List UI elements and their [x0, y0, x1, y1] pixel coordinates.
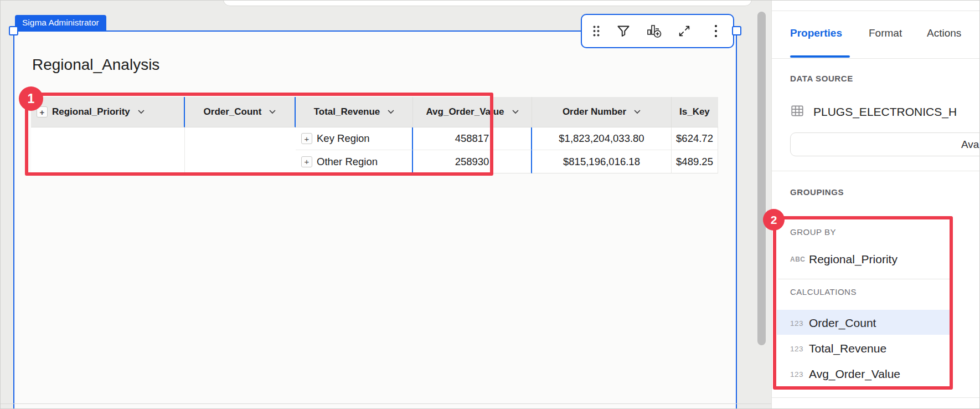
cell-avg-order-value[interactable]: $624.72	[672, 127, 718, 150]
annotation-badge-1: 1	[19, 86, 43, 111]
cell-order-count[interactable]: 258930	[413, 150, 532, 173]
text-type-icon: ABC	[790, 255, 809, 263]
number-type-icon: 123	[790, 319, 809, 328]
vertical-scrollbar[interactable]	[757, 12, 766, 345]
sigma-workbook-screenshot: Sigma Administrator Regional_Analysis	[0, 0, 980, 409]
column-header-avg-order-value[interactable]: Avg_Order_Value	[413, 97, 532, 127]
cell-avg-order-value[interactable]: $489.25	[672, 150, 718, 173]
available-columns-box[interactable]: Availa	[790, 132, 980, 156]
group-cell-key-region[interactable]: + Key Region	[296, 127, 413, 150]
column-header-order-number[interactable]: Order Number	[532, 97, 672, 127]
data-source-heading: DATA SOURCE	[790, 74, 853, 83]
column-header-total-revenue[interactable]: Total_Revenue	[296, 97, 413, 127]
groupings-heading: GROUPINGS	[790, 187, 844, 197]
column-header-regional-priority[interactable]: + Regional_Priority	[31, 97, 185, 127]
group-cell-other-region[interactable]: + Other Region	[296, 150, 413, 173]
expand-group-button[interactable]: +	[301, 133, 312, 144]
cell-order-number-empty[interactable]	[31, 127, 185, 173]
cell-is-key-empty[interactable]	[185, 127, 296, 173]
more-menu-icon[interactable]	[714, 24, 718, 38]
tab-actions[interactable]: Actions	[927, 27, 961, 39]
data-table: + Regional_Priority Order_Count Total_Re…	[31, 97, 718, 173]
canvas-bottom-divider	[1, 403, 771, 404]
selection-handle-top-left[interactable]	[9, 26, 18, 35]
data-source-row[interactable]: PLUGS_ELECTRONICS_H	[790, 104, 957, 120]
table-grid-icon	[790, 104, 804, 120]
panel-divider	[772, 171, 980, 171]
calculation-item-total-revenue[interactable]: 123 Total_Revenue	[790, 336, 886, 361]
panel-divider	[772, 58, 980, 59]
create-child-chart-icon[interactable]	[646, 23, 662, 39]
tab-format[interactable]: Format	[869, 27, 902, 39]
number-type-icon: 123	[790, 370, 809, 379]
filter-icon[interactable]	[616, 24, 631, 39]
drag-handle-icon[interactable]	[592, 25, 600, 37]
cropped-top-toolbar-edge	[223, 0, 752, 6]
cell-order-count[interactable]: 458817	[413, 127, 532, 150]
group-by-heading: GROUP BY	[790, 227, 836, 237]
available-label: Availa	[961, 139, 980, 151]
annotation-badge-2: 2	[763, 209, 785, 231]
element-toolbar	[581, 14, 734, 48]
group-by-item-regional-priority[interactable]: ABC Regional_Priority	[790, 247, 898, 272]
calculation-item-order-count[interactable]: 123 Order_Count	[790, 311, 876, 335]
column-header-order-count[interactable]: Order_Count	[185, 97, 296, 127]
properties-panel: Properties Format Actions DATA SOURCE PL…	[771, 1, 980, 409]
expand-group-button[interactable]: +	[301, 156, 312, 167]
maximize-icon[interactable]	[678, 24, 692, 38]
chevron-down-icon[interactable]	[388, 110, 394, 114]
chevron-down-icon[interactable]	[138, 110, 145, 114]
column-header-is-key[interactable]: Is_Key	[672, 97, 718, 127]
panel-divider	[772, 397, 980, 398]
calculations-heading: CALCULATIONS	[790, 287, 857, 296]
selection-handle-top-right[interactable]	[732, 26, 741, 35]
panel-divider	[778, 279, 950, 279]
cell-total-revenue[interactable]: $1,823,204,033.80	[532, 127, 672, 150]
cell-total-revenue[interactable]: $815,196,016.18	[532, 150, 672, 173]
chevron-down-icon[interactable]	[634, 110, 641, 114]
chevron-down-icon[interactable]	[512, 110, 519, 114]
element-title[interactable]: Regional_Analysis	[32, 56, 159, 74]
calculation-item-avg-order-value[interactable]: 123 Avg_Order_Value	[790, 362, 900, 386]
data-source-name: PLUGS_ELECTRONICS_H	[813, 105, 957, 119]
panel-top-divider	[772, 11, 980, 11]
selection-owner-badge: Sigma Administrator	[15, 15, 106, 30]
chevron-down-icon[interactable]	[269, 110, 276, 114]
tab-properties[interactable]: Properties	[790, 27, 842, 39]
number-type-icon: 123	[790, 345, 809, 353]
workbook-element-card[interactable]	[13, 30, 737, 409]
active-tab-underline	[790, 55, 850, 58]
